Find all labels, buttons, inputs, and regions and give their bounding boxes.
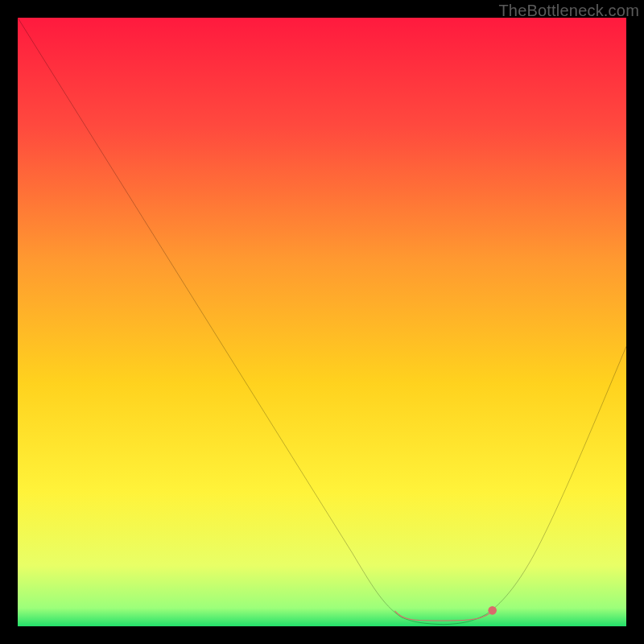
- svg-point-1: [488, 606, 497, 615]
- chart-frame: TheBottleneck.com: [0, 0, 644, 644]
- optimal-zone-marker: [18, 18, 626, 626]
- plot-area: [18, 18, 626, 626]
- watermark-text: TheBottleneck.com: [498, 2, 639, 20]
